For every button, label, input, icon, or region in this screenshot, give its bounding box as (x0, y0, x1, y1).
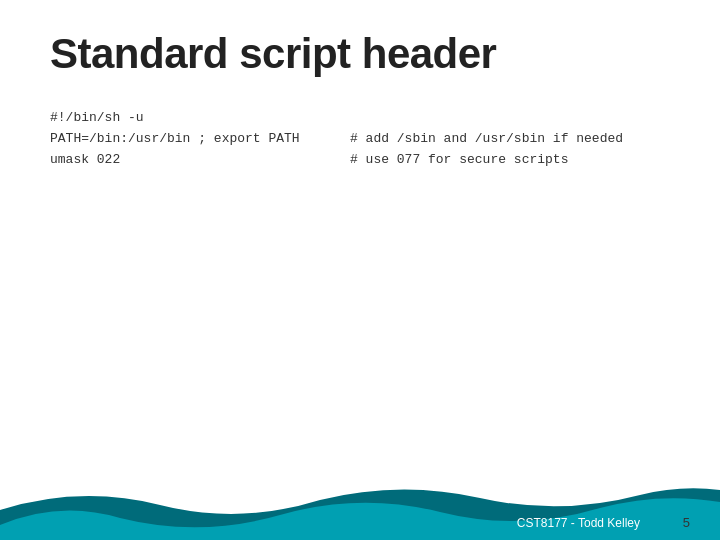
code-umask-left: umask 022 (50, 150, 350, 171)
code-umask-comment: # use 077 for secure scripts (350, 150, 568, 171)
footer-decoration (0, 480, 720, 540)
code-line-1: #!/bin/sh -u (50, 108, 670, 129)
code-path-comment: # add /sbin and /usr/sbin if needed (350, 129, 623, 150)
code-block: #!/bin/sh -u PATH=/bin:/usr/bin ; export… (50, 108, 670, 170)
code-shebang: #!/bin/sh -u (50, 108, 350, 129)
footer-page: 5 (683, 515, 690, 530)
code-path-left: PATH=/bin:/usr/bin ; export PATH (50, 129, 350, 150)
footer: CST8177 - Todd Kelley 5 (0, 480, 720, 540)
code-line-3: umask 022 # use 077 for secure scripts (50, 150, 670, 171)
code-line-2: PATH=/bin:/usr/bin ; export PATH # add /… (50, 129, 670, 150)
main-content: Standard script header #!/bin/sh -u PATH… (0, 0, 720, 170)
footer-text: CST8177 - Todd Kelley (517, 516, 640, 530)
slide-title: Standard script header (50, 30, 670, 78)
